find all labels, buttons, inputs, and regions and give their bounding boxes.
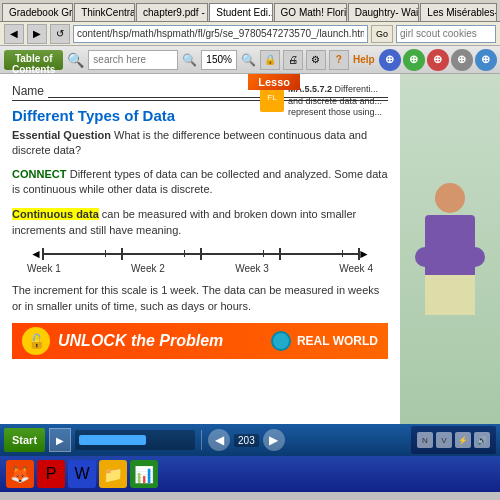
connect-section: CONNECT Different types of data can be c…: [12, 167, 388, 198]
toolbar-search-input[interactable]: [93, 54, 173, 65]
tray-icon-4[interactable]: 🔊: [474, 432, 490, 448]
help-label: Help: [353, 54, 375, 65]
teacher-head: [435, 183, 465, 213]
number-line: ◄ ► Week 1 Week 2 Week 3: [12, 247, 388, 274]
teacher-image: [400, 74, 500, 424]
system-tray: N V ⚡ 🔊: [411, 426, 496, 454]
nl-labels: Week 1 Week 2 Week 3 Week 4: [22, 263, 378, 274]
taskbar-media-player[interactable]: ▶: [49, 428, 71, 452]
browser-tabs: Gradebook Grid × ThinkCentral × chapter9…: [0, 0, 500, 22]
taskbar-sep: [201, 430, 202, 450]
unlock-icon: 🔓: [22, 327, 50, 355]
nav-icon-1[interactable]: ⊕: [379, 49, 401, 71]
back-button[interactable]: ◀: [4, 24, 24, 44]
media-icon: ▶: [56, 435, 64, 446]
tab-gomath[interactable]: GO Math! Flori... ×: [274, 3, 347, 21]
taskbar-right: N V ⚡ 🔊: [411, 426, 496, 454]
highlight-continuous: Continuous data: [12, 208, 99, 220]
right-panel: [400, 74, 500, 424]
tab-les-miserables[interactable]: Les Misérables-... ×: [420, 3, 497, 21]
dock-icon-5[interactable]: 📊: [130, 460, 158, 488]
dock-icon-1[interactable]: 🦊: [6, 460, 34, 488]
nl-tick-1: [42, 248, 44, 260]
nl-arrow-left: ◄: [30, 247, 42, 261]
zoom-display: 150%: [201, 50, 237, 70]
nav-icon-4[interactable]: ⊕: [451, 49, 473, 71]
print-icon[interactable]: 🖨: [283, 50, 303, 70]
nav-icon-2[interactable]: ⊕: [403, 49, 425, 71]
next-page-button[interactable]: ▶: [263, 429, 285, 451]
nl-minor-tick-3: [263, 250, 264, 257]
real-world-label: REAL WORLD: [297, 334, 378, 348]
increment-text: The increment for this scale is 1 week. …: [12, 282, 388, 315]
tab-daughtry[interactable]: Daughtry- Wai... ×: [348, 3, 420, 21]
toolbar-action-icons: 🔒 🖨 ⚙ ?: [260, 50, 349, 70]
globe-icon: [271, 331, 291, 351]
tray-icon-1[interactable]: N: [417, 432, 433, 448]
zoom-in-icon: 🔍: [241, 53, 256, 67]
nl-line: [42, 253, 358, 255]
go-button[interactable]: Go: [371, 25, 393, 43]
nl-tick-2: [121, 248, 123, 260]
question-icon[interactable]: ?: [329, 50, 349, 70]
tab-chapter9[interactable]: chapter9.pdf - ... ×: [136, 3, 208, 21]
nl-minor-tick: [105, 250, 106, 257]
dock-icon-4[interactable]: 📁: [99, 460, 127, 488]
progress-bar[interactable]: [75, 430, 195, 450]
teacher-figure: [425, 183, 475, 315]
forward-button[interactable]: ▶: [27, 24, 47, 44]
address-input[interactable]: [73, 25, 368, 43]
toc-button[interactable]: Table of Contents: [4, 50, 63, 70]
main-content: Lesso FL MA.5.5.7.2 Differenti... and di…: [0, 74, 400, 424]
tab-student-edition[interactable]: Student Edi... ×: [209, 3, 272, 21]
continuous-data-section: Continuous data can be measured with and…: [12, 206, 388, 239]
bottom-dock: 🦊 P W 📁 📊: [0, 456, 500, 492]
teacher-pants: [425, 275, 475, 315]
zoom-search-icon: 🔍: [182, 53, 197, 67]
unlock-banner: 🔓 UNLOCK the Problem REAL WORLD: [12, 323, 388, 359]
nav-icon-5[interactable]: ⊕: [475, 49, 497, 71]
nl-tick-3: [200, 248, 202, 260]
tray-icon-3[interactable]: ⚡: [455, 432, 471, 448]
essential-question: Essential Question What is the differenc…: [12, 128, 388, 159]
nl-minor-tick-4: [342, 250, 343, 257]
browser-search-input[interactable]: [396, 25, 496, 43]
nl-tick-5: [358, 248, 360, 260]
toolbar-search-box[interactable]: [88, 50, 178, 70]
prev-page-button[interactable]: ◀: [208, 429, 230, 451]
settings-icon[interactable]: ⚙: [306, 50, 326, 70]
nav-icon-3[interactable]: ⊕: [427, 49, 449, 71]
teacher-arms: [415, 247, 485, 267]
tray-icon-2[interactable]: V: [436, 432, 452, 448]
tab-gradebook[interactable]: Gradebook Grid ×: [2, 3, 73, 21]
taskbar: Start ▶ ◀ 203 ▶ N V ⚡ 🔊: [0, 424, 500, 456]
search-icon: 🔍: [67, 52, 84, 68]
toolbar-nav-icons: ⊕ ⊕ ⊕ ⊕ ⊕: [379, 49, 497, 71]
page-number: 203: [234, 434, 259, 447]
address-bar: ◀ ▶ ↺ Go: [0, 22, 500, 46]
lesson-header: Lesso: [248, 74, 300, 90]
nl-tick-4: [279, 248, 281, 260]
nl-minor-tick-2: [184, 250, 185, 257]
content-area: Lesso FL MA.5.5.7.2 Differenti... and di…: [0, 74, 500, 424]
tab-thinkcental[interactable]: ThinkCentral ×: [74, 3, 135, 21]
progress-fill: [79, 435, 146, 445]
dock-icon-powerpoint[interactable]: P: [37, 460, 65, 488]
refresh-button[interactable]: ↺: [50, 24, 70, 44]
dock-icon-word[interactable]: W: [68, 460, 96, 488]
unlock-label: UNLOCK the Problem: [58, 332, 223, 350]
app-toolbar: Table of Contents 🔍 🔍 150% 🔍 🔒 🖨 ⚙ ? Hel…: [0, 46, 500, 74]
lock-icon[interactable]: 🔒: [260, 50, 280, 70]
start-button[interactable]: Start: [4, 428, 45, 452]
